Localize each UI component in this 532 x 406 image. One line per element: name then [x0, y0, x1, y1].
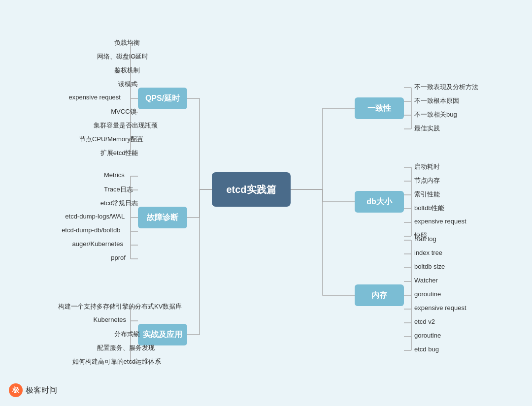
leaf-item-memory-5: expensive request: [414, 304, 466, 312]
leaf-item-qps-3: 读模式: [118, 80, 137, 89]
leaf-item-fault-6: pprof: [111, 254, 126, 261]
branch-node-qps: QPS/延时: [138, 88, 187, 109]
leaf-item-qps-5: MVCC锁: [111, 107, 136, 116]
leaf-item-practice-2: 分布式锁: [114, 330, 140, 339]
branch-node-practice: 实战及应用: [138, 324, 187, 345]
leaf-item-practice-0: 构建一个支持多存储引擎的分布式KV数据库: [58, 302, 182, 311]
leaf-item-qps-1: 网络、磁盘IO延时: [97, 52, 149, 61]
logo-icon: 极: [9, 383, 23, 397]
leaf-item-fault-4: etcd-dump-db/boltdb: [62, 226, 120, 234]
leaf-item-qps-0: 负载均衡: [114, 38, 140, 47]
leaf-item-practice-3: 配置服务、服务发现: [97, 344, 155, 352]
diagram-container: etcd实践篇 极 极客时间 QPS/延时负载均衡网络、磁盘IO延时鉴权机制读模…: [0, 0, 532, 406]
leaf-item-fault-0: Metrics: [104, 171, 125, 179]
leaf-item-fault-3: etcd-dump-logs/WAL: [65, 213, 125, 220]
branch-node-fault: 故障诊断: [138, 207, 187, 228]
logo-text: 极客时间: [26, 385, 57, 396]
leaf-item-memory-4: goroutine: [414, 290, 441, 298]
leaf-item-dbsize-0: 启动耗时: [414, 162, 440, 171]
logo-icon-text: 极: [12, 386, 19, 395]
leaf-item-memory-1: index tree: [414, 249, 442, 256]
leaf-item-consistency-1: 不一致根本原因: [414, 96, 459, 105]
leaf-item-memory-3: Watcher: [414, 277, 438, 284]
leaf-item-practice-1: Kubernetes: [94, 316, 127, 323]
leaf-item-memory-8: etcd bug: [414, 345, 439, 353]
branch-node-consistency: 一致性: [355, 97, 404, 119]
leaf-item-dbsize-4: expensive request: [414, 218, 466, 225]
leaf-item-dbsize-2: 索引性能: [414, 190, 440, 199]
center-label: etcd实践篇: [226, 183, 276, 196]
center-node: etcd实践篇: [212, 172, 291, 207]
leaf-item-qps-7: 节点CPU/Memory配置: [79, 135, 143, 144]
leaf-item-memory-0: Raft log: [414, 235, 436, 243]
branch-node-dbsize: db大小: [355, 191, 404, 213]
leaf-item-fault-2: etcd常规日志: [100, 199, 138, 208]
leaf-item-qps-2: 鉴权机制: [114, 66, 140, 75]
leaf-item-qps-4: expensive request: [68, 94, 121, 101]
leaf-item-consistency-0: 不一致表现及分析方法: [414, 83, 478, 92]
leaf-item-consistency-3: 最佳实践: [414, 124, 440, 133]
leaf-item-practice-4: 如何构建高可靠的etcd运维体系: [72, 357, 162, 366]
leaf-item-memory-7: goroutine: [414, 332, 441, 339]
logo: 极 极客时间: [9, 383, 57, 397]
branch-node-memory: 内存: [355, 284, 404, 306]
leaf-item-memory-6: etcd v2: [414, 318, 435, 325]
leaf-item-qps-6: 集群容量是否出现瓶颈: [94, 121, 158, 130]
leaf-item-dbsize-1: 节点内存: [414, 176, 440, 185]
leaf-item-dbsize-3: boltdb性能: [414, 204, 444, 213]
leaf-item-consistency-2: 不一致相关bug: [414, 110, 457, 119]
leaf-item-memory-2: boltdb size: [414, 263, 445, 270]
leaf-item-fault-1: Trace日志: [104, 185, 133, 194]
leaf-item-fault-5: auger/Kubernetes: [72, 240, 123, 248]
leaf-item-qps-8: 扩展etcd性能: [100, 149, 138, 157]
